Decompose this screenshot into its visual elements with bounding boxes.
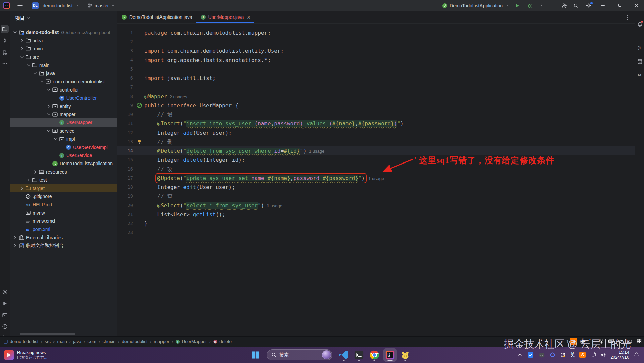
code-line-8[interactable]: 8@Mapper 2 usages: [117, 92, 635, 101]
search-everywhere-button[interactable]: [571, 1, 581, 10]
code-line-20[interactable]: 20 @Select("select * from sys_user") 1 u…: [117, 201, 635, 210]
line-number[interactable]: 9: [117, 101, 133, 110]
tool-stripe-problems-button[interactable]: [1, 322, 9, 330]
editor-tab-UserMapper.java[interactable]: IUserMapper.java✕: [196, 11, 255, 23]
tool-stripe-folder-button[interactable]: [1, 25, 9, 33]
tool-stripe-terminal-button[interactable]: [1, 311, 9, 319]
tree-item-.gitignore[interactable]: .gitignore: [10, 192, 117, 201]
tray-sync[interactable]: [560, 352, 566, 358]
minimize-button[interactable]: [595, 0, 610, 11]
line-number[interactable]: 5: [117, 65, 133, 74]
editor-tab-DemoTodoListApplication.java[interactable]: DemoTodoListApplication.java: [117, 11, 196, 23]
tree-item-java[interactable]: java: [10, 69, 117, 77]
breadcrumb-item-delete[interactable]: mdelete: [213, 339, 232, 344]
run-configuration-selector[interactable]: DemoTodoListApplication: [440, 2, 511, 9]
chevron-right-icon[interactable]: [26, 177, 31, 183]
tree-item-UserService[interactable]: IUserService: [10, 151, 117, 159]
tree-item-.idea[interactable]: .idea: [10, 36, 117, 44]
code-line-6[interactable]: 6import java.util.List;: [117, 74, 635, 83]
tree-item-src[interactable]: src: [10, 53, 117, 61]
tree-item-com.chuxin.demotodolist[interactable]: com.chuxin.demotodolist: [10, 77, 117, 85]
line-number[interactable]: 3: [117, 46, 133, 56]
taskbar-widget[interactable]: Breaking news 巴黎奥运会官方...: [0, 350, 84, 360]
line-number[interactable]: 15: [117, 155, 133, 165]
taskbar-app-vscode[interactable]: [337, 348, 350, 362]
taskbar-app-chrome[interactable]: [368, 348, 381, 362]
tray-ring[interactable]: [550, 352, 556, 358]
breadcrumb-item-src[interactable]: src: [45, 339, 51, 344]
code-line-3[interactable]: 3import com.chuxin.demotodolist.entity.U…: [117, 46, 635, 56]
code-line-22[interactable]: 22}: [117, 219, 635, 228]
usage-hint[interactable]: 1 usage: [264, 203, 282, 208]
bulb-gutter-icon[interactable]: [136, 139, 142, 145]
tree-item-target[interactable]: target: [10, 184, 117, 192]
breadcrumb-item-com[interactable]: com: [88, 339, 97, 344]
usage-hint[interactable]: 2 usages: [167, 94, 187, 99]
chevron-down-icon[interactable]: [19, 54, 25, 60]
breadcrumb-item-chuxin[interactable]: chuxin: [103, 339, 116, 344]
chevron-down-icon[interactable]: [12, 30, 18, 35]
code-line-11[interactable]: 11 @Insert("insert into sys_user (name,p…: [117, 119, 635, 128]
tree-item-test[interactable]: test: [10, 176, 117, 184]
start-button[interactable]: [249, 348, 262, 362]
code-line-4[interactable]: 4import org.apache.ibatis.annotations.*;: [117, 56, 635, 65]
taskbar-app-yellow-app[interactable]: [399, 348, 412, 362]
code-line-23[interactable]: 23: [117, 228, 635, 237]
chevron-down-icon[interactable]: [26, 63, 31, 68]
chevron-right-icon[interactable]: [12, 235, 18, 240]
vcs-branch-selector[interactable]: master: [85, 2, 117, 9]
notification-bell-icon[interactable]: [634, 352, 639, 358]
chevron-right-icon[interactable]: [19, 46, 25, 51]
chevron-right-icon[interactable]: [19, 38, 25, 43]
usage-hint[interactable]: 1 usage: [307, 149, 325, 154]
tool-stripe-play-button[interactable]: [1, 299, 9, 307]
run-button[interactable]: [512, 1, 523, 10]
chevron-right-icon[interactable]: [46, 104, 51, 109]
code-line-19[interactable]: 19 // 查: [117, 192, 635, 201]
tree-item-UserServiceImpl[interactable]: CUserServiceImpl: [10, 143, 117, 151]
tree-item-main[interactable]: main: [10, 61, 117, 69]
tool-stripe-spring-at-button[interactable]: @: [636, 44, 644, 52]
code-line-21[interactable]: 21 List<User> getList();: [117, 210, 635, 219]
code-line-1[interactable]: 1package com.chuxin.demotodolist.mapper;: [117, 28, 635, 37]
line-number[interactable]: 10: [117, 110, 133, 119]
code-line-12[interactable]: 12 Integer add(User user);: [117, 128, 635, 137]
line-number[interactable]: 17: [117, 174, 133, 183]
line-number[interactable]: 6: [117, 74, 133, 83]
notifications-button[interactable]: [636, 20, 644, 28]
monitor-icon[interactable]: [590, 352, 596, 358]
tray-ime-label[interactable]: 英: [570, 352, 575, 358]
tool-stripe-maven-m-button[interactable]: M: [636, 71, 644, 79]
horizontal-scrollbar[interactable]: [20, 333, 75, 335]
tree-item-.mvn[interactable]: .mvn: [10, 45, 117, 53]
code-with-me-button[interactable]: [559, 1, 569, 10]
tree-item-pom.xml[interactable]: mpom.xml: [10, 225, 117, 233]
tree-item-ExternalLibraries[interactable]: External Libraries: [10, 233, 117, 242]
tree-item-resources[interactable]: resources: [10, 168, 117, 176]
debug-button[interactable]: [524, 1, 535, 10]
line-number[interactable]: 8: [117, 92, 133, 101]
tree-item-UserController[interactable]: CUserController: [10, 94, 117, 102]
tree-item-HELP.md[interactable]: MHELP.md: [10, 201, 117, 209]
breadcrumb-item-java[interactable]: java: [73, 339, 81, 344]
tray-blue-app[interactable]: [527, 351, 534, 358]
code-editor[interactable]: 1package com.chuxin.demotodolist.mapper;…: [117, 24, 635, 336]
settings-button[interactable]: [583, 1, 594, 10]
line-number[interactable]: 14: [117, 146, 133, 155]
tool-stripe-commit-button[interactable]: [1, 36, 9, 44]
taskbar-app-idea[interactable]: IJ: [383, 348, 397, 362]
tree-item-demo-todo-list[interactable]: demo-todo-listG:\chuxin-cs\spring-boot-: [10, 28, 117, 36]
chevron-down-icon[interactable]: [46, 112, 51, 117]
line-number[interactable]: 7: [117, 83, 133, 92]
tree-item-mvnw[interactable]: mvnw: [10, 209, 117, 217]
line-number[interactable]: 22: [117, 219, 133, 228]
project-selector[interactable]: DL demo-todo-list: [30, 1, 81, 10]
line-number[interactable]: 19: [117, 192, 133, 201]
line-number[interactable]: 2: [117, 37, 133, 46]
tree-item-UserMapper[interactable]: IUserMapper: [10, 118, 117, 126]
breadcrumb-item-mapper[interactable]: mapper: [154, 339, 169, 344]
chevron-down-icon[interactable]: [39, 79, 45, 84]
tool-stripe-gear-button[interactable]: [1, 288, 9, 296]
code-line-7[interactable]: 7: [117, 83, 635, 92]
taskbar-search[interactable]: 搜索: [267, 349, 332, 360]
